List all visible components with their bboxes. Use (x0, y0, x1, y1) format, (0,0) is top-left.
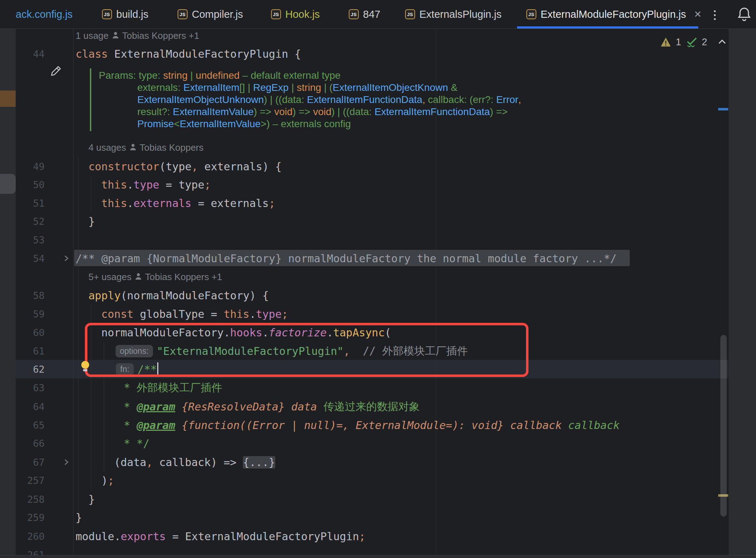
usage-line[interactable]: 5+ usagesTobias Koppers +1 (88, 268, 222, 286)
line-number-63[interactable]: 63 (16, 378, 45, 397)
js-file-icon: JS (102, 9, 112, 19)
code-segment: ) => (490, 106, 508, 118)
code-segment: < (174, 118, 180, 130)
line-number-65[interactable]: 65 (16, 416, 45, 434)
line-number-58[interactable]: 58 (16, 286, 45, 305)
tab-label: Hook.js (285, 9, 320, 20)
code-line-59[interactable]: const globalType = this.type; (101, 305, 288, 323)
usage-count[interactable]: 1 usage (76, 30, 109, 41)
line-number-54[interactable]: 54 (16, 249, 45, 268)
stripe-mark-info[interactable] (718, 108, 728, 110)
edit-pencil-icon[interactable] (49, 65, 62, 79)
code-line-51[interactable]: this.externals = externals; (101, 194, 275, 212)
code-segment: exports (121, 530, 165, 543)
line-number-50[interactable]: 50 (16, 175, 45, 194)
js-file-icon: JS (271, 9, 281, 19)
code-segment: = externals (191, 197, 269, 210)
folded-comment-text[interactable]: /** @param {NormalModuleFactory} normalM… (76, 252, 617, 265)
tab-label: 847 (363, 9, 380, 20)
line-number-53[interactable]: 53 (16, 231, 45, 249)
tab-ack-config-js[interactable]: ack.config.js (16, 0, 73, 29)
usage-line[interactable]: 4 usagesTobias Koppers (88, 138, 204, 157)
code-line-52[interactable]: } (88, 212, 95, 231)
tab-compiler-js[interactable]: JSCompiler.js (178, 0, 243, 29)
tab-close-icon[interactable]: ✕ (694, 9, 702, 20)
line-number-67[interactable]: 67 (16, 453, 45, 471)
code-line-64[interactable]: * @param {ResResolveData} data 传递过来的数据对象 (124, 397, 420, 416)
left-tool-strip[interactable] (0, 12, 16, 555)
fold-chevron-icon[interactable] (60, 249, 72, 268)
intention-bulb-base (83, 369, 87, 371)
tab-build-js[interactable]: JSbuild.js (102, 0, 148, 29)
code-segment: . (127, 197, 133, 210)
gutter-border (73, 29, 73, 555)
js-file-icon: JS (526, 9, 536, 19)
code-line-44[interactable]: class ExternalModuleFactoryPlugin { (76, 45, 301, 63)
line-number-258[interactable]: 258 (16, 490, 45, 508)
code-segment: , (519, 94, 521, 105)
author-names[interactable]: Tobias Koppers +1 (145, 272, 222, 283)
code-segment: . (249, 308, 256, 320)
usage-line[interactable]: 1 usageTobias Koppers +1 (76, 26, 199, 45)
code-segment: type (133, 179, 159, 191)
line-number-44[interactable]: 44 (16, 45, 45, 63)
tab-hook-js[interactable]: JSHook.js (271, 0, 320, 29)
code-line-63[interactable]: * 外部模块工厂插件 (124, 378, 222, 397)
code-line-49[interactable]: constructor(type, externals) { (88, 157, 282, 176)
fold-chevron-icon[interactable] (60, 453, 72, 471)
code-line-258[interactable]: } (88, 490, 95, 508)
line-number-259[interactable]: 259 (16, 508, 45, 527)
line-number-66[interactable]: 66 (16, 434, 45, 453)
author-names[interactable]: Tobias Koppers (140, 142, 204, 153)
code-line-259[interactable]: } (76, 508, 82, 527)
prev-problem-chevron-up-icon[interactable] (717, 37, 727, 47)
line-number-49[interactable]: 49 (16, 157, 45, 176)
author-names[interactable]: Tobias Koppers +1 (122, 30, 199, 41)
usage-count[interactable]: 4 usages (88, 142, 126, 153)
line-number-64[interactable]: 64 (16, 397, 45, 416)
line-number-260[interactable]: 260 (16, 527, 45, 546)
notifications-bell-icon[interactable] (737, 6, 752, 24)
code-segment: (type (159, 160, 191, 173)
scrollbar-thumb[interactable] (720, 335, 727, 517)
code-segment: . (127, 179, 133, 191)
code-segment: this (101, 197, 127, 210)
code-segment: apply (88, 289, 121, 302)
code-line-260[interactable]: module.exports = ExternalModuleFactoryPl… (76, 527, 366, 546)
code-segment: * (124, 401, 137, 413)
line-number-257[interactable]: 257 (16, 471, 45, 490)
intention-bulb-icon[interactable] (81, 361, 89, 369)
code-segment: Promise (137, 118, 174, 130)
warning-triangle-icon (660, 37, 671, 47)
code-line-257[interactable]: ); (101, 471, 114, 490)
line-number-62[interactable]: 62 (16, 360, 45, 378)
code-segment: , (146, 456, 153, 469)
folded-line-54[interactable]: /** @param {NormalModuleFactory} normalM… (76, 249, 617, 268)
more-options-kebab-icon[interactable] (712, 8, 717, 22)
author-person-icon (130, 142, 136, 153)
strip-tool-button[interactable] (0, 174, 16, 194)
doc-line[interactable]: Promise<ExternalItemValue>) – externals … (137, 115, 351, 133)
editor-tab-bar: ack.config.jsJSbuild.jsJSCompiler.jsJSHo… (0, 0, 756, 29)
code-segment: externals (133, 197, 191, 210)
red-annotation-box (85, 323, 528, 377)
line-number-61[interactable]: 61 (16, 342, 45, 360)
line-number-59[interactable]: 59 (16, 305, 45, 323)
code-segment: * */ (124, 437, 149, 450)
line-number-60[interactable]: 60 (16, 323, 45, 342)
code-segment: this (224, 308, 249, 320)
code-line-67[interactable]: (data, callback) => {...} (114, 453, 275, 471)
tab-label: ExternalsPlugin.js (419, 9, 502, 20)
line-number-51[interactable]: 51 (16, 194, 45, 212)
code-segment: (normalModuleFactory) { (121, 289, 269, 302)
tab-847[interactable]: JS847 (349, 0, 380, 29)
code-line-50[interactable]: this.type = type; (101, 175, 211, 194)
code-line-58[interactable]: apply(normalModuleFactory) { (88, 286, 269, 305)
tab-externalmodulefactoryplugin-js[interactable]: JSExternalModuleFactoryPlugin.js✕ (526, 0, 702, 29)
tab-externalsplugin-js[interactable]: JSExternalsPlugin.js (405, 0, 502, 29)
ide-window: 1 usageTobias Koppers +144class External… (0, 0, 756, 558)
code-line-65[interactable]: * @param {function((Error | null)=, Exte… (124, 416, 620, 434)
line-number-52[interactable]: 52 (16, 212, 45, 231)
code-line-66[interactable]: * */ (124, 434, 149, 453)
usage-count[interactable]: 5+ usages (88, 272, 132, 283)
